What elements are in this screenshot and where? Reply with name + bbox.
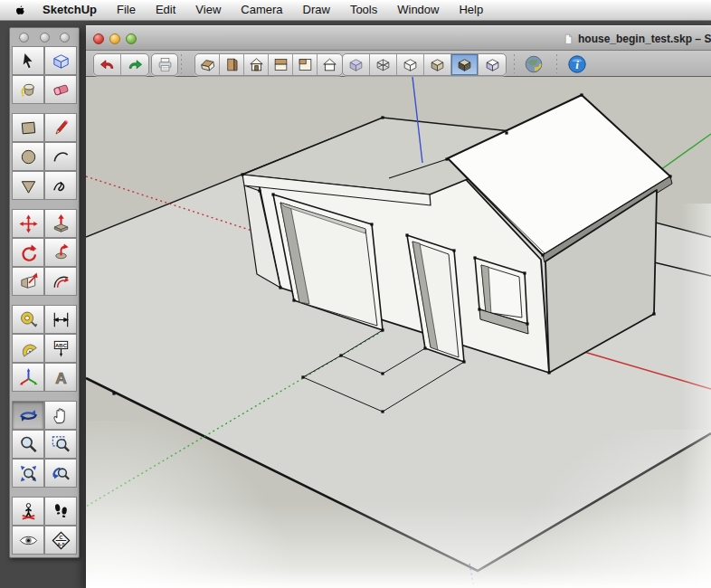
tool-follow-me[interactable] — [44, 238, 77, 267]
palette-widget-2[interactable] — [40, 33, 50, 43]
menu-item-tools[interactable]: Tools — [340, 0, 387, 20]
tool-move[interactable] — [12, 209, 44, 238]
toolbar-style-xray-button[interactable] — [343, 54, 370, 75]
toolbar-print-button[interactable] — [152, 54, 177, 75]
viewport-canvas[interactable] — [86, 77, 711, 588]
freehand-icon — [51, 175, 71, 196]
toolbar-group-print — [151, 53, 178, 76]
svg-text:ABC: ABC — [55, 342, 68, 347]
tool-select[interactable] — [12, 46, 44, 75]
toolbar-view-top-button[interactable] — [318, 54, 342, 75]
toolbar-view-back-button[interactable] — [293, 54, 318, 75]
tool-tape-measure[interactable] — [12, 305, 44, 334]
menu-item-camera[interactable]: Camera — [231, 0, 292, 20]
tool-freehand[interactable] — [44, 171, 77, 200]
3d-text-icon: A — [51, 367, 71, 388]
toolbar-view-iso-button[interactable] — [195, 54, 220, 75]
tool-circle[interactable] — [12, 142, 44, 171]
zoom-button[interactable] — [126, 33, 137, 44]
minimize-button[interactable] — [109, 33, 120, 44]
toolbar-style-wireframe-button[interactable] — [370, 54, 397, 75]
style-textured-icon — [456, 56, 473, 73]
toolbar-style-shaded-button[interactable] — [424, 54, 451, 75]
position-camera-icon — [18, 501, 39, 522]
tool-eraser[interactable] — [44, 75, 77, 104]
tool-arc[interactable] — [44, 142, 77, 171]
tool-pan[interactable] — [44, 401, 77, 430]
palette-title-bar[interactable] — [12, 28, 77, 46]
undo-icon — [99, 56, 116, 73]
palette-divider — [12, 296, 77, 305]
menu-item-window[interactable]: Window — [387, 0, 449, 20]
tool-3d-text[interactable]: A — [44, 363, 77, 392]
toolbar-google-earth-button[interactable] — [522, 52, 545, 75]
document-icon — [563, 33, 574, 46]
tool-look-around[interactable] — [12, 526, 44, 555]
tool-walk[interactable] — [44, 497, 77, 526]
view-back-icon — [297, 56, 314, 73]
tool-palette: ABCACA-5 — [9, 27, 80, 558]
tool-zoom-extents[interactable] — [12, 459, 44, 488]
toolbar-undo-button[interactable] — [94, 54, 121, 75]
toolbar-model-info-button[interactable]: i — [565, 52, 589, 75]
style-monochrome-icon — [484, 56, 501, 73]
tool-paint-bucket[interactable] — [12, 75, 44, 104]
tool-rectangle[interactable] — [12, 113, 44, 142]
tool-orbit[interactable] — [12, 401, 44, 430]
menu-item-sketchup[interactable]: SketchUp — [33, 0, 107, 20]
tool-zoom-window[interactable] — [44, 430, 77, 459]
toolbar-view-side-button[interactable] — [220, 54, 244, 75]
apple-menu-icon[interactable] — [13, 3, 27, 17]
window-title-bar[interactable]: house_begin_test.skp – Sketch — [86, 25, 711, 51]
text-icon: ABC — [51, 338, 71, 359]
menu-item-file[interactable]: File — [107, 0, 146, 20]
tool-rotate[interactable] — [12, 238, 44, 267]
arc-icon — [51, 147, 71, 167]
orbit-icon — [18, 405, 39, 426]
zoom-extents-icon — [18, 463, 39, 484]
tool-scale[interactable] — [12, 267, 44, 296]
palette-widget-3[interactable] — [60, 33, 70, 43]
tool-zoom[interactable] — [12, 430, 44, 459]
toolbar-style-hidden-line-button[interactable] — [397, 54, 424, 75]
rectangle-icon — [18, 118, 39, 138]
svg-text:i: i — [575, 58, 579, 71]
tool-zoom-previous[interactable] — [44, 459, 77, 488]
tool-section-plane[interactable]: CA-5 — [44, 526, 77, 555]
tool-text[interactable]: ABC — [44, 334, 77, 363]
palette-widget-1[interactable] — [19, 33, 29, 43]
toolbar-view-plan-button[interactable] — [269, 54, 293, 75]
tool-polygon[interactable] — [12, 171, 44, 200]
palette-grid: ABCACA-5 — [12, 46, 77, 555]
select-icon — [18, 51, 39, 71]
palette-divider — [12, 488, 77, 497]
push-pull-icon — [51, 213, 71, 234]
tool-protractor[interactable] — [12, 334, 44, 363]
view-plan-icon — [272, 56, 289, 73]
window-title-text: house_begin_test.skp – Sketch — [578, 33, 711, 45]
menu-item-view[interactable]: View — [185, 0, 231, 20]
tool-axes[interactable] — [12, 363, 44, 392]
svg-text:A: A — [55, 369, 66, 387]
tool-offset[interactable] — [44, 267, 77, 296]
tool-make-component[interactable] — [44, 46, 77, 75]
toolbar-style-monochrome-button[interactable] — [479, 54, 506, 75]
palette-divider — [12, 392, 77, 401]
document-window: house_begin_test.skp – Sketch i — [86, 25, 711, 588]
toolbar-view-front-button[interactable] — [244, 54, 269, 75]
print-icon — [156, 56, 174, 73]
tool-line[interactable] — [44, 113, 77, 142]
tool-push-pull[interactable] — [44, 209, 77, 238]
toolbar-style-textured-button[interactable] — [451, 54, 479, 75]
tool-dimension[interactable] — [44, 305, 77, 334]
menu-item-draw[interactable]: Draw — [293, 0, 340, 20]
offset-icon — [51, 271, 71, 292]
close-button[interactable] — [93, 33, 104, 44]
dimension-icon — [51, 309, 71, 330]
toolbar-redo-button[interactable] — [121, 54, 148, 75]
tool-position-camera[interactable] — [12, 497, 44, 526]
menu-item-edit[interactable]: Edit — [146, 0, 185, 20]
menu-item-help[interactable]: Help — [449, 0, 493, 20]
toolbar-separator — [180, 54, 182, 73]
palette-divider — [12, 200, 77, 209]
